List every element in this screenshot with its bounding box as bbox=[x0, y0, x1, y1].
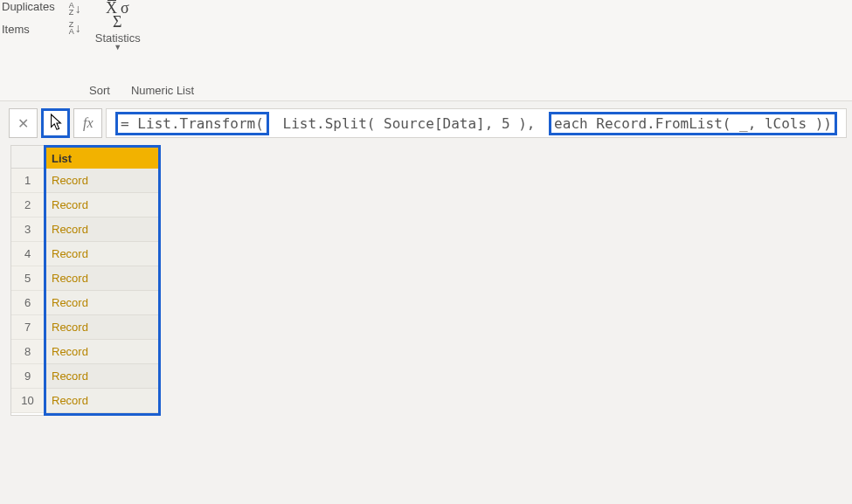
cursor-pointer-icon bbox=[48, 113, 64, 134]
sort-descending-button[interactable]: ZA↓ bbox=[69, 21, 81, 35]
formula-part-each: each Record.FromList( _, lCols )) bbox=[549, 112, 837, 135]
list-item[interactable]: Record bbox=[46, 266, 158, 291]
sort-ascending-button[interactable]: AZ↓ bbox=[69, 2, 81, 16]
row-number[interactable]: 3 bbox=[11, 217, 44, 242]
ribbon: Duplicates Items AZ↓ ZA↓ Xσ Σ Statistics… bbox=[0, 0, 852, 82]
formula-part-transform: = List.Transform( bbox=[115, 112, 269, 135]
list-column: List Record Record Record Record Record … bbox=[44, 145, 161, 416]
list-item[interactable]: Record bbox=[46, 315, 158, 340]
ribbon-statistics-group: Xσ Σ Statistics ▼ bbox=[88, 0, 148, 79]
ribbon-group-numlist-label: Numeric List bbox=[119, 84, 206, 97]
list-item[interactable]: Record bbox=[46, 217, 158, 242]
close-icon: ✕ bbox=[17, 115, 29, 132]
row-number[interactable]: 9 bbox=[11, 364, 44, 389]
list-item[interactable]: Record bbox=[46, 389, 158, 413]
ribbon-left-group: Duplicates Items bbox=[0, 0, 62, 79]
fx-icon: fx bbox=[83, 115, 94, 131]
list-header[interactable]: List bbox=[46, 148, 158, 169]
list-item[interactable]: Record bbox=[46, 291, 158, 315]
list-item[interactable]: Record bbox=[46, 193, 158, 217]
row-number[interactable]: 6 bbox=[11, 291, 44, 315]
confirm-button[interactable] bbox=[41, 108, 71, 138]
ribbon-group-labels: Sort Numeric List bbox=[0, 82, 852, 101]
fx-button[interactable]: fx bbox=[73, 108, 102, 138]
row-number[interactable]: 10 bbox=[11, 389, 44, 413]
list-item[interactable]: Record bbox=[46, 340, 158, 364]
cancel-button[interactable]: ✕ bbox=[9, 108, 38, 138]
row-number-gutter: 1 2 3 4 5 6 7 8 9 10 bbox=[10, 145, 44, 416]
row-number[interactable]: 7 bbox=[11, 315, 44, 340]
row-number[interactable]: 1 bbox=[11, 169, 44, 193]
row-number[interactable]: 5 bbox=[11, 266, 44, 291]
row-number[interactable]: 8 bbox=[11, 340, 44, 364]
ribbon-group-sort-label: Sort bbox=[80, 84, 119, 97]
chevron-down-icon[interactable]: ▼ bbox=[114, 43, 121, 52]
statistics-icon: Xσ bbox=[106, 0, 130, 16]
formula-bar: ✕ fx = List.Transform( List.Split( Sourc… bbox=[0, 101, 852, 145]
list-item[interactable]: Record bbox=[46, 169, 158, 193]
list-item[interactable]: Record bbox=[46, 242, 158, 266]
ribbon-item-duplicates[interactable]: Duplicates bbox=[2, 0, 55, 14]
ribbon-item-items[interactable]: Items bbox=[2, 23, 30, 37]
formula-input[interactable]: = List.Transform( List.Split( Source[Dat… bbox=[106, 108, 847, 138]
list-item[interactable]: Record bbox=[46, 364, 158, 389]
gutter-header bbox=[11, 146, 44, 169]
ribbon-sort-group: AZ↓ ZA↓ bbox=[62, 0, 88, 79]
row-number[interactable]: 4 bbox=[11, 242, 44, 266]
results-area: 1 2 3 4 5 6 7 8 9 10 List Record Record … bbox=[0, 145, 852, 416]
row-number[interactable]: 2 bbox=[11, 193, 44, 217]
formula-part-split: List.Split( Source[Data], 5 ), bbox=[274, 115, 544, 132]
